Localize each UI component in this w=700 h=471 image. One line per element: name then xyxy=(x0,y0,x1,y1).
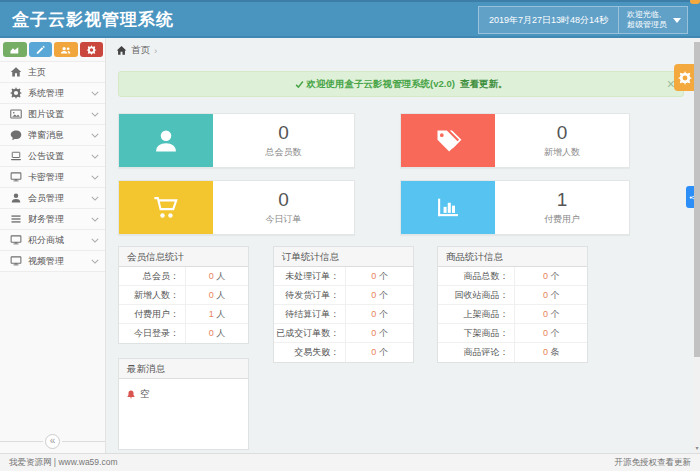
stat-row-unit: 人 xyxy=(216,309,225,319)
quick-buttons xyxy=(0,38,105,61)
chevron-down-icon xyxy=(91,196,99,201)
laptop-icon xyxy=(9,150,22,163)
sidebar-item-label: 会员管理 xyxy=(28,192,91,205)
sidebar-item[interactable]: 图片设置 xyxy=(0,104,105,125)
stat-row-label: 新增人数： xyxy=(119,286,186,304)
panel-order-stats: 订单统计信息 未处理订单： 0 个 待发货订单： 0 个 待结算订单： xyxy=(273,246,414,363)
sidebar-collapse[interactable]: « xyxy=(0,434,105,449)
alert-message: 欢迎使用盒子云影视管理系统(v2.0) xyxy=(307,78,455,91)
stat-value: 0 xyxy=(557,122,568,144)
tags-icon xyxy=(401,114,495,167)
breadcrumb-home-label[interactable]: 首页 xyxy=(131,44,150,57)
app-title: 盒子云影视管理系统 xyxy=(12,8,174,31)
sidebar-item[interactable]: 会员管理 xyxy=(0,188,105,209)
caret-down-icon xyxy=(673,18,681,23)
stat-row: 下架商品： 0 个 xyxy=(438,324,587,343)
angle-left-icon: « xyxy=(45,434,60,449)
person-icon xyxy=(119,114,213,167)
scrollbar-thumb[interactable] xyxy=(694,42,700,357)
corner-settings-sliver xyxy=(690,0,700,4)
monitor-icon xyxy=(9,234,22,247)
header-right: 2019年7月27日13时48分14秒 欢迎光临, 超级管理员 xyxy=(478,6,688,34)
stat-row-unit: 个 xyxy=(379,271,388,281)
sidebar-item[interactable]: 弹窗消息 xyxy=(0,125,105,146)
panel-title: 会员信息统计 xyxy=(119,247,248,267)
stat-row-value: 0 xyxy=(371,328,376,338)
sidebar-item[interactable]: 财务管理 xyxy=(0,209,105,230)
footer-credit-link[interactable]: 我爱资源网 | www.wa59.com xyxy=(9,457,117,469)
sidebar-item[interactable]: 系统管理 xyxy=(0,83,105,104)
sidebar-item-label: 弹窗消息 xyxy=(28,129,91,142)
chevron-down-icon xyxy=(91,238,99,243)
comment-icon xyxy=(9,129,22,142)
stat-row-value: 0 xyxy=(543,328,548,338)
stat-row: 交易失败： 0 个 xyxy=(274,343,413,362)
stat-row-unit: 人 xyxy=(216,290,225,300)
alert-update-link[interactable]: 查看更新。 xyxy=(460,78,508,91)
quick-button[interactable] xyxy=(54,42,78,57)
stat-row-label: 交易失败： xyxy=(274,343,346,362)
stat-row-label: 下架商品： xyxy=(438,324,515,342)
stat-row-unit: 个 xyxy=(551,290,560,300)
bar-chart-icon xyxy=(401,181,495,234)
sidebar-menu: 主页 系统管理 图片设置 弹窗消息 xyxy=(0,61,105,272)
floating-settings-button[interactable] xyxy=(674,64,696,91)
panel-product-stats: 商品统计信息 商品总数： 0 个 回收站商品： 0 个 上架商品： xyxy=(437,246,588,363)
footer-update-link[interactable]: 开源免授权查看更新 xyxy=(615,457,692,469)
user-menu[interactable]: 欢迎光临, 超级管理员 xyxy=(618,6,688,34)
sidebar-item-label: 公告设置 xyxy=(28,150,91,163)
sidebar-item[interactable]: 卡密管理 xyxy=(0,167,105,188)
stat-row-value: 1 xyxy=(209,309,214,319)
home-icon[interactable] xyxy=(116,45,127,56)
stat-row-unit: 条 xyxy=(551,347,560,357)
chevron-down-icon xyxy=(91,133,99,138)
stat-cards: 0 总会员数 0 新增人数 0 今日订单 xyxy=(118,113,630,235)
quick-button[interactable] xyxy=(29,42,53,57)
stat-row-unit: 个 xyxy=(379,290,388,300)
breadcrumb: 首页 › xyxy=(116,44,157,57)
panel-title: 订单统计信息 xyxy=(274,247,413,267)
cogs-icon xyxy=(9,87,22,100)
quick-button[interactable] xyxy=(80,42,104,57)
stat-row: 未处理订单： 0 个 xyxy=(274,267,413,286)
chevron-down-icon xyxy=(91,259,99,264)
quick-button[interactable] xyxy=(3,42,27,57)
sidebar-item-label: 图片设置 xyxy=(28,108,91,121)
stat-row-value: 0 xyxy=(371,309,376,319)
stat-row: 待结算订单： 0 个 xyxy=(274,305,413,324)
page: 盒子云影视管理系统 2019年7月27日13时48分14秒 欢迎光临, 超级管理… xyxy=(0,0,700,471)
sidebar-item[interactable]: 视频管理 xyxy=(0,251,105,272)
stat-card: 0 新增人数 xyxy=(400,113,630,168)
stat-row-unit: 个 xyxy=(551,309,560,319)
stat-row-label: 待结算订单： xyxy=(274,305,346,323)
welcome-alert: 欢迎使用盒子云影视管理系统(v2.0) 查看更新。 × xyxy=(118,71,684,97)
stat-row: 待发货订单： 0 个 xyxy=(274,286,413,305)
scrollbar-track[interactable]: ▾ xyxy=(694,38,700,453)
sidebar-item[interactable]: 主页 xyxy=(0,62,105,83)
list-icon xyxy=(9,213,22,226)
stat-row: 上架商品： 0 个 xyxy=(438,305,587,324)
sidebar-item[interactable]: 积分商城 xyxy=(0,230,105,251)
sidebar-item-label: 主页 xyxy=(28,66,91,79)
stat-row: 总会员： 0 人 xyxy=(119,267,248,286)
stat-row-label: 上架商品： xyxy=(438,305,515,323)
stat-card: 0 今日订单 xyxy=(118,180,355,235)
stat-row: 商品总数： 0 个 xyxy=(438,267,587,286)
stat-row: 今日登录： 0 人 xyxy=(119,324,248,343)
scroll-down-icon[interactable]: ▾ xyxy=(694,445,700,452)
sidebar-item[interactable]: 公告设置 xyxy=(0,146,105,167)
chevron-down-icon xyxy=(91,175,99,180)
stat-card: 1 付费用户 xyxy=(400,180,630,235)
datetime-display: 2019年7月27日13时48分14秒 xyxy=(478,6,618,34)
news-empty-text: 空 xyxy=(140,388,150,401)
stat-row-value: 0 xyxy=(209,328,214,338)
stat-row-value: 0 xyxy=(371,271,376,281)
chevron-down-icon xyxy=(91,217,99,222)
stat-row-label: 回收站商品： xyxy=(438,286,515,304)
stat-row-value: 0 xyxy=(543,347,548,357)
image-icon xyxy=(9,108,22,121)
stat-row-unit: 个 xyxy=(551,271,560,281)
stat-value: 1 xyxy=(557,189,568,211)
stat-label: 今日订单 xyxy=(266,213,302,226)
stat-value: 0 xyxy=(278,122,289,144)
